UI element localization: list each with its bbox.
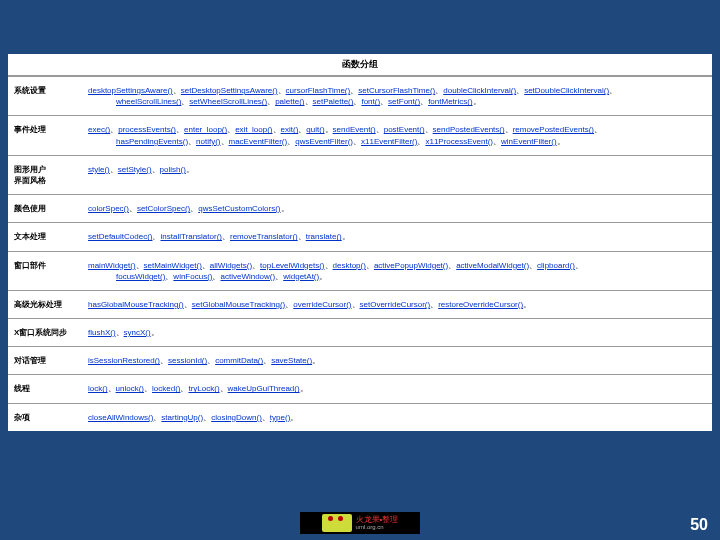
separator: 、 <box>376 125 384 134</box>
separator: 、 <box>448 261 456 270</box>
function-link[interactable]: exit() <box>281 125 299 134</box>
function-link[interactable]: desktopSettingsAware() <box>88 86 173 95</box>
function-link[interactable]: macEventFilter() <box>229 137 288 146</box>
separator: 、 <box>352 300 360 309</box>
function-link[interactable]: unlock() <box>116 384 144 393</box>
table-row: 线程lock()、unlock()、locked()、tryLock()、wak… <box>8 375 712 403</box>
separator: 。 <box>312 356 320 365</box>
function-link[interactable]: setPalette() <box>313 97 354 106</box>
function-link[interactable]: doubleClickInterval() <box>443 86 516 95</box>
separator: 。 <box>281 204 289 213</box>
function-link[interactable]: fontMetrics() <box>428 97 472 106</box>
function-link[interactable]: installTranslator() <box>160 232 222 241</box>
function-link[interactable]: sendPostedEvents() <box>433 125 505 134</box>
function-link[interactable]: activeModalWidget() <box>456 261 529 270</box>
function-link[interactable]: startingUp() <box>161 413 203 422</box>
function-link[interactable]: translate() <box>306 232 342 241</box>
function-link[interactable]: setDoubleClickInterval() <box>524 86 609 95</box>
function-link[interactable]: setOverrideCursor() <box>360 300 431 309</box>
function-link[interactable]: syncX() <box>124 328 151 337</box>
function-link[interactable]: setMainWidget() <box>144 261 202 270</box>
category-cell: 颜色使用 <box>8 195 78 223</box>
function-link[interactable]: desktop() <box>333 261 366 270</box>
separator: 、 <box>273 125 281 134</box>
function-link[interactable]: quit() <box>306 125 324 134</box>
function-link[interactable]: qwsEventFilter() <box>295 137 353 146</box>
function-link[interactable]: focusWidget() <box>116 272 165 281</box>
function-link[interactable]: x11EventFilter() <box>361 137 417 146</box>
function-link[interactable]: cursorFlashTime() <box>286 86 351 95</box>
function-link[interactable]: restoreOverrideCursor() <box>438 300 523 309</box>
content-panel: 函数分组 系统设置desktopSettingsAware()、setDeskt… <box>8 54 712 431</box>
function-link[interactable]: notify() <box>196 137 220 146</box>
function-link[interactable]: locked() <box>152 384 180 393</box>
function-link[interactable]: setStyle() <box>118 165 152 174</box>
function-link[interactable]: processEvents() <box>118 125 176 134</box>
function-link[interactable]: wakeUpGuiThread() <box>228 384 300 393</box>
function-link[interactable]: allWidgets() <box>210 261 252 270</box>
brand-sub: uml.org.cn <box>356 524 399 530</box>
separator: 。 <box>186 165 194 174</box>
separator: 、 <box>227 125 235 134</box>
table-row: 颜色使用colorSpec()、setColorSpec()、qwsSetCus… <box>8 195 712 223</box>
category-cell: 系统设置 <box>8 77 78 116</box>
separator: 、 <box>184 300 192 309</box>
function-link[interactable]: topLevelWidgets() <box>260 261 324 270</box>
function-link[interactable]: setDesktopSettingsAware() <box>181 86 278 95</box>
brand-logo: 火龙果•整理 uml.org.cn <box>300 512 420 534</box>
function-link[interactable]: sendEvent() <box>333 125 376 134</box>
function-link[interactable]: isSessionRestored() <box>88 356 160 365</box>
function-link[interactable]: winEventFilter() <box>501 137 557 146</box>
function-link[interactable]: sessionId() <box>168 356 207 365</box>
function-link[interactable]: postEvent() <box>384 125 425 134</box>
function-link[interactable]: closeAllWindows() <box>88 413 153 422</box>
separator: 。 <box>557 137 565 146</box>
function-link[interactable]: overrideCursor() <box>293 300 351 309</box>
function-link[interactable]: flushX() <box>88 328 116 337</box>
separator: 。 <box>319 272 327 281</box>
function-link[interactable]: widgetAt() <box>283 272 319 281</box>
function-link[interactable]: type() <box>270 413 290 422</box>
function-link[interactable]: hasPendingEvents() <box>116 137 188 146</box>
function-link[interactable]: enter_loop() <box>184 125 227 134</box>
function-link[interactable]: lock() <box>88 384 108 393</box>
category-cell: 对话管理 <box>8 347 78 375</box>
separator: 、 <box>222 232 230 241</box>
separator: 。 <box>300 384 308 393</box>
function-link[interactable]: palette() <box>275 97 304 106</box>
separator: 、 <box>203 413 211 422</box>
functions-cell: colorSpec()、setColorSpec()、qwsSetCustomC… <box>78 195 712 223</box>
function-link[interactable]: activeWindow() <box>220 272 275 281</box>
function-link[interactable]: winFocus() <box>173 272 212 281</box>
function-link[interactable]: wheelScrollLines() <box>116 97 181 106</box>
function-link[interactable]: closingDown() <box>211 413 262 422</box>
category-cell: 图形用户界面风格 <box>8 155 78 194</box>
function-link[interactable]: x11ProcessEvent() <box>425 137 493 146</box>
functions-cell: flushX()、syncX()。 <box>78 319 712 347</box>
function-link[interactable]: style() <box>88 165 110 174</box>
function-link[interactable]: activePopupWidget() <box>374 261 448 270</box>
function-link[interactable]: setGlobalMouseTracking() <box>192 300 286 309</box>
function-link[interactable]: exit_loop() <box>235 125 272 134</box>
separator: 、 <box>278 86 286 95</box>
separator: 、 <box>116 328 124 337</box>
function-link[interactable]: setDefaultCodec() <box>88 232 152 241</box>
function-link[interactable]: removePostedEvents() <box>513 125 594 134</box>
function-link[interactable]: tryLock() <box>188 384 219 393</box>
function-link[interactable]: setCursorFlashTime() <box>358 86 435 95</box>
separator: 、 <box>305 97 313 106</box>
function-link[interactable]: mainWidget() <box>88 261 136 270</box>
function-link[interactable]: qwsSetCustomColors() <box>198 204 280 213</box>
function-link[interactable]: font() <box>361 97 380 106</box>
function-link[interactable]: exec() <box>88 125 110 134</box>
function-link[interactable]: polish() <box>160 165 186 174</box>
function-link[interactable]: setColorSpec() <box>137 204 190 213</box>
function-link[interactable]: commitData() <box>215 356 263 365</box>
function-link[interactable]: hasGlobalMouseTracking() <box>88 300 184 309</box>
function-link[interactable]: setWheelScrollLines() <box>189 97 267 106</box>
function-link[interactable]: setFont() <box>388 97 420 106</box>
function-link[interactable]: colorSpec() <box>88 204 129 213</box>
function-link[interactable]: saveState() <box>271 356 312 365</box>
function-link[interactable]: removeTranslator() <box>230 232 298 241</box>
function-link[interactable]: clipboard() <box>537 261 575 270</box>
